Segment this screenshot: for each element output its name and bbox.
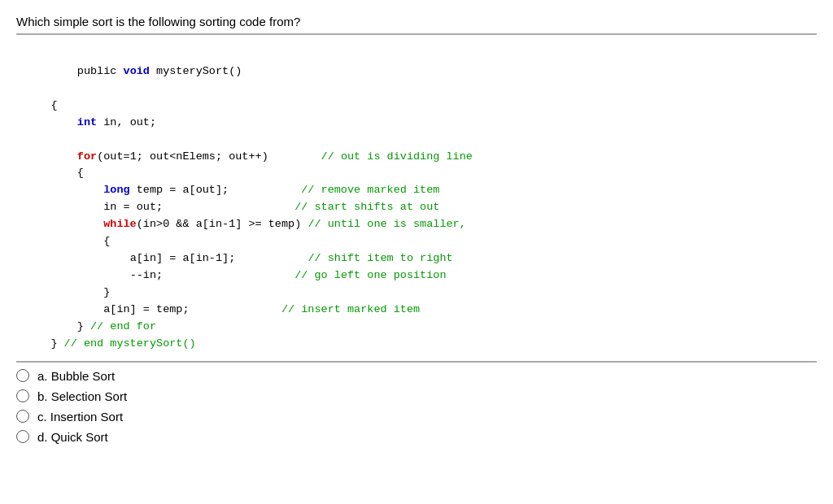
answer-label-b: b. Selection Sort bbox=[37, 389, 127, 403]
code-line-3: int in, out; bbox=[24, 115, 817, 132]
code-line-15: } // end mysterySort() bbox=[24, 336, 817, 353]
answer-label-d: d. Quick Sort bbox=[37, 430, 108, 444]
bottom-divider bbox=[16, 361, 817, 363]
answer-label-a: a. Bubble Sort bbox=[37, 369, 115, 383]
code-line-6: long temp = a[out]; // remove marked ite… bbox=[24, 182, 817, 199]
code-block: public void mysterySort() { int in, out;… bbox=[16, 41, 817, 358]
answer-option-b[interactable]: b. Selection Sort bbox=[16, 389, 817, 403]
radio-a[interactable] bbox=[16, 369, 29, 382]
code-line-2: { bbox=[24, 98, 817, 115]
answer-label-c: c. Insertion Sort bbox=[37, 410, 123, 424]
answer-option-d[interactable]: d. Quick Sort bbox=[16, 430, 817, 444]
void-keyword: void bbox=[124, 65, 150, 77]
code-line-10: a[in] = a[in-1]; // shift item to right bbox=[24, 250, 817, 267]
radio-d[interactable] bbox=[16, 430, 29, 443]
code-line-4: for(out=1; out<nElems; out++) // out is … bbox=[24, 149, 817, 166]
code-line-5: { bbox=[24, 165, 817, 182]
public-keyword: public bbox=[77, 65, 124, 77]
code-line-14: } // end for bbox=[24, 319, 817, 336]
code-line-blank bbox=[24, 132, 817, 149]
code-line-13: a[in] = temp; // insert marked item bbox=[24, 302, 817, 319]
question-text: Which simple sort is the following sorti… bbox=[16, 15, 817, 28]
code-line-9: { bbox=[24, 233, 817, 250]
radio-b[interactable] bbox=[16, 389, 29, 402]
answer-option-c[interactable]: c. Insertion Sort bbox=[16, 410, 817, 424]
code-line-7: in = out; // start shifts at out bbox=[24, 199, 817, 216]
answer-section: a. Bubble Sort b. Selection Sort c. Inse… bbox=[16, 369, 817, 444]
top-divider bbox=[16, 33, 817, 35]
radio-c[interactable] bbox=[16, 410, 29, 423]
code-line-1: public void mysterySort() bbox=[24, 46, 817, 98]
answer-option-a[interactable]: a. Bubble Sort bbox=[16, 369, 817, 383]
code-line-11: --in; // go left one position bbox=[24, 267, 817, 285]
code-line-12: } bbox=[24, 285, 817, 302]
code-line-8: while(in>0 && a[in-1] >= temp) // until … bbox=[24, 216, 817, 233]
